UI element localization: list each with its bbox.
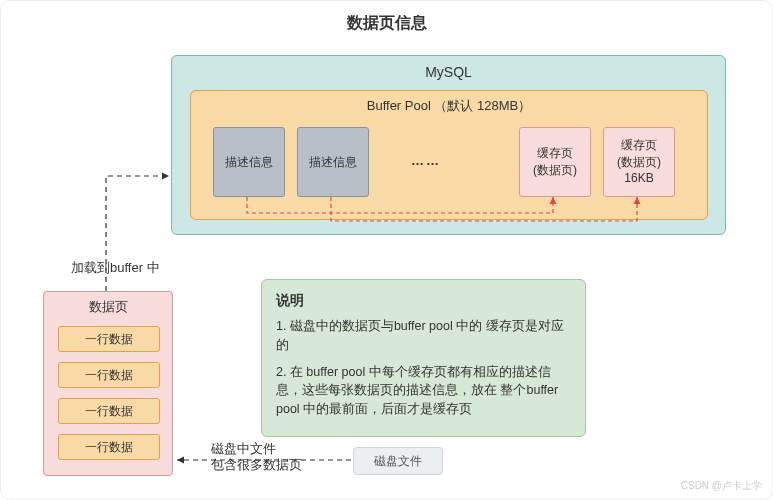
mysql-container: MySQL Buffer Pool （默认 128MB） 描述信息 描述信息 …… bbox=[171, 55, 726, 235]
data-row-4: 一行数据 bbox=[58, 434, 160, 460]
watermark: CSDN @卢卡上学 bbox=[681, 479, 762, 493]
disk-file-box: 磁盘文件 bbox=[353, 447, 443, 475]
data-page-title: 数据页 bbox=[44, 298, 172, 316]
explanation-title: 说明 bbox=[276, 290, 571, 311]
buffer-pool-label: Buffer Pool （默认 128MB） bbox=[191, 97, 707, 115]
mysql-label: MySQL bbox=[172, 64, 725, 80]
disk-file-note: 磁盘中文件包含很多数据页 bbox=[211, 441, 302, 474]
cache-page-2: 缓存页(数据页)16KB bbox=[603, 127, 675, 197]
desc-block-2: 描述信息 bbox=[297, 127, 369, 197]
explanation-container: 说明 1. 磁盘中的数据页与buffer pool 中的 缓存页是对应的 2. … bbox=[261, 279, 586, 437]
data-page-container: 数据页 一行数据 一行数据 一行数据 一行数据 bbox=[43, 291, 173, 476]
data-row-2: 一行数据 bbox=[58, 362, 160, 388]
explanation-point-2: 2. 在 buffer pool 中每个缓存页都有相应的描述信息，这些每张数据页… bbox=[276, 363, 571, 419]
cache-page-1: 缓存页(数据页) bbox=[519, 127, 591, 197]
diagram-canvas: 数据页信息 MySQL Buffer Pool （默认 128MB） 描述信息 … bbox=[0, 0, 773, 500]
data-row-3: 一行数据 bbox=[58, 398, 160, 424]
data-row-1: 一行数据 bbox=[58, 326, 160, 352]
load-to-buffer-label: 加载到buffer 中 bbox=[71, 259, 160, 277]
desc-block-1: 描述信息 bbox=[213, 127, 285, 197]
explanation-point-1: 1. 磁盘中的数据页与buffer pool 中的 缓存页是对应的 bbox=[276, 317, 571, 355]
ellipsis: …… bbox=[411, 153, 441, 168]
diagram-title: 数据页信息 bbox=[1, 13, 772, 34]
buffer-pool-container: Buffer Pool （默认 128MB） 描述信息 描述信息 …… 缓存页(… bbox=[190, 90, 708, 220]
